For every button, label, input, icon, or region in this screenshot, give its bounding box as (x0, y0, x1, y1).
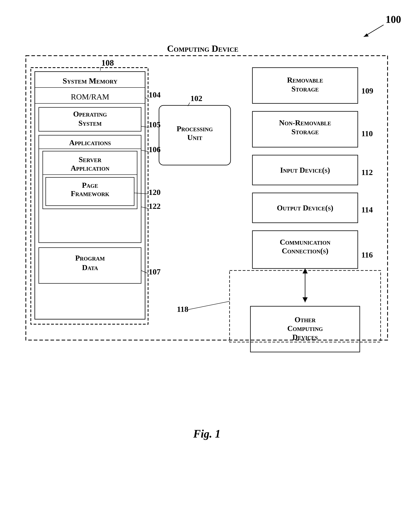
romram-label: ROM/RAM (71, 92, 109, 101)
ref-118-label: 118 (177, 305, 188, 314)
computing-device-label: Computing Device (167, 44, 239, 54)
non-removable-storage-label-line1: Non-Removable (279, 119, 331, 127)
ref-102-label: 102 (190, 94, 202, 103)
ref-105-line (141, 126, 148, 127)
page-framework-label-line2: Framework (71, 189, 109, 198)
non-removable-storage-label-line2: Storage (291, 127, 319, 136)
server-app-label-line1: Server (79, 155, 101, 164)
page-framework-label-line1: Page (82, 181, 98, 189)
server-app-label-line2: Application (71, 164, 110, 172)
other-computing-devices-label-line2: Computing (287, 324, 323, 332)
processing-unit-label-line1: Processing (177, 124, 213, 133)
other-computing-devices-label-line1: Other (294, 315, 316, 324)
arrow-down-head (303, 297, 308, 302)
ref-116-label: 116 (361, 250, 373, 259)
ref-108-label: 108 (101, 58, 114, 67)
ref-109-label: 109 (361, 86, 373, 95)
ref-114-label: 114 (361, 205, 373, 214)
ref-100: 100 (386, 14, 401, 25)
figure-label: Fig. 1 (193, 428, 221, 440)
os-label-line2: System (78, 119, 101, 127)
communication-connections-label-line1: Communication (280, 238, 331, 246)
communication-connections-label-line2: Connection(s) (282, 247, 328, 255)
ref-104-line (145, 97, 148, 99)
other-computing-devices-label-line3: Devices (292, 333, 318, 341)
ref-112-label: 112 (361, 168, 373, 177)
ref-107-label: 107 (149, 267, 161, 276)
ref-122-label: 122 (149, 202, 161, 211)
ref-106-line (141, 150, 148, 152)
removable-storage-label-line2: Storage (291, 85, 319, 93)
ref-110-label: 110 (361, 129, 373, 138)
input-devices-label: Input Device(s) (280, 166, 330, 174)
ref-107-line (141, 270, 148, 274)
ref-120-label: 120 (149, 188, 161, 197)
processing-unit-label-line2: Unit (187, 133, 202, 142)
ref-104-label: 104 (149, 90, 161, 99)
arrow-up-head (303, 268, 308, 274)
output-devices-label: Output Device(s) (277, 204, 333, 212)
ref-118-line (187, 301, 230, 310)
ref-122-line (141, 207, 148, 209)
program-data-label-line2: Data (82, 263, 98, 272)
removable-storage-label-line1: Removable (287, 76, 323, 84)
os-label-line1: Operating (73, 110, 107, 118)
system-memory-title: System Memory (63, 76, 118, 85)
program-data-label-line1: Program (75, 254, 105, 262)
applications-label: Applications (69, 138, 111, 147)
